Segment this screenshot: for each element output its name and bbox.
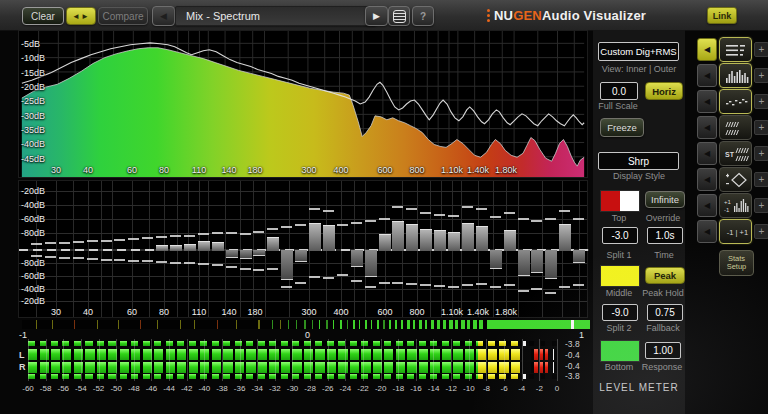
histogram-peak-mark (434, 214, 445, 216)
clear-button[interactable]: Clear (22, 7, 64, 25)
preset-list-button[interactable] (388, 6, 410, 26)
histogram-peak-mark (295, 224, 306, 226)
peak-button[interactable]: Peak (645, 267, 685, 284)
correlation-tick (383, 320, 385, 329)
display-difference-expand-button[interactable]: ◀ (697, 90, 717, 113)
correlation-solid-bar (487, 320, 590, 329)
spectrum-freq-tick: 180 (247, 165, 262, 175)
display-correlation-button[interactable]: -1 | +1 (719, 219, 752, 244)
meter-mode-select[interactable]: Custom Dig+RMS (598, 42, 679, 61)
display-histogram-button[interactable] (719, 63, 752, 88)
display-spectrogram-add-button[interactable]: + (754, 120, 768, 135)
meter-readout: -3.8 (565, 371, 595, 381)
stats-setup-button[interactable]: StatsSetup (719, 250, 754, 276)
spectrum-db-tick: -20dB (21, 82, 45, 92)
histogram-bar (559, 224, 571, 251)
override-label: Override (640, 213, 686, 223)
full-scale-value[interactable]: 0.0 (600, 82, 638, 100)
histogram-peak-mark (392, 282, 403, 284)
view-mode-label[interactable]: View: Inner | Outer (593, 64, 685, 74)
display-correlation-expand-button[interactable]: ◀ (697, 220, 717, 243)
spectrum-freq-tick: 140 (221, 165, 236, 175)
display-spectrogram-expand-button[interactable]: ◀ (697, 116, 717, 139)
svg-text:+1: +1 (724, 199, 732, 205)
histogram-bar (253, 250, 265, 256)
meter-scale-tick: -2 (536, 384, 543, 393)
middle-color-swatch[interactable] (600, 265, 640, 287)
display-vectorscope-expand-button[interactable]: ◀ (697, 168, 717, 191)
help-button[interactable]: ? (412, 6, 434, 26)
top-color-swatch[interactable] (600, 190, 640, 212)
display-spectrogram-button[interactable] (719, 115, 752, 140)
histogram-peak-mark (31, 243, 42, 245)
display-vectorscope-icon (722, 170, 749, 189)
svg-text:-1: -1 (724, 207, 730, 213)
horiz-button[interactable]: Horiz (645, 82, 683, 100)
histogram-peak-mark (142, 237, 153, 239)
correlation-tick (217, 320, 218, 329)
meter-scale-tick: -50 (110, 384, 122, 393)
link-button[interactable]: Link (707, 7, 737, 24)
meter-scale-tick: -40 (199, 384, 211, 393)
display-stereo-spectrogram-add-button[interactable]: + (754, 146, 768, 161)
level-meter-row (28, 374, 557, 379)
display-vectorscope-add-button[interactable]: + (754, 172, 768, 187)
preset-prev-button[interactable]: ◀ (152, 6, 175, 26)
override-button[interactable]: Infinite (645, 191, 685, 208)
display-stereo-spectrogram-button[interactable]: ST (719, 141, 752, 166)
display-loudness-history-add-button[interactable]: + (754, 198, 768, 213)
histogram-peak-mark (531, 220, 542, 222)
freeze-button[interactable]: Freeze (600, 118, 644, 137)
correlation-tick (319, 320, 320, 329)
histogram-peak-mark (462, 206, 473, 208)
spectrum-db-tick: -35dB (21, 125, 45, 135)
histogram-bar (212, 242, 224, 251)
preset-display[interactable]: Mix - Spectrum (175, 6, 376, 26)
correlation-tick (97, 320, 98, 329)
correlation-tick (479, 320, 483, 329)
histogram-peak-mark (337, 224, 348, 226)
display-correlation-add-button[interactable]: + (754, 224, 768, 239)
display-loudness-history-button[interactable]: +1-1 (719, 193, 752, 218)
meter-scale-tick: -6 (501, 384, 508, 393)
display-spectrum-expand-button[interactable]: ◀ (697, 38, 717, 61)
histogram-peak-mark (379, 282, 390, 284)
fallback-value[interactable]: 0.75 (647, 304, 683, 321)
response-value[interactable]: 1.00 (645, 342, 681, 359)
bottom-color-swatch[interactable] (600, 340, 640, 362)
correlation-tick (326, 320, 328, 329)
display-vectorscope-button[interactable] (719, 167, 752, 192)
display-histogram-add-button[interactable]: + (754, 68, 768, 83)
display-loudness-history-expand-button[interactable]: ◀ (697, 194, 717, 217)
histogram-peak-mark (476, 208, 487, 210)
correlation-tick (340, 320, 342, 329)
compare-button[interactable]: Compare (98, 7, 148, 25)
split1-value[interactable]: -3.0 (602, 227, 638, 244)
spectrum-db-tick: -40dB (21, 139, 45, 149)
display-difference-add-button[interactable]: + (754, 94, 768, 109)
histogram-peak-mark (31, 255, 42, 257)
histogram-db-tick: -60dB (21, 214, 45, 224)
histogram-db-tick: -20dB (21, 186, 45, 196)
display-histogram-expand-button[interactable]: ◀ (697, 64, 717, 87)
correlation-value-marker (571, 320, 574, 329)
time-label: Time (645, 250, 683, 260)
histogram-bar (184, 244, 196, 251)
display-spectrum-add-button[interactable]: + (754, 42, 768, 57)
time-value[interactable]: 1.0s (647, 227, 683, 244)
display-difference-button[interactable] (719, 89, 752, 114)
display-difference-icon (722, 92, 749, 111)
meter-readout: -0.4 (565, 350, 595, 360)
meter-scale-tick: -20 (375, 384, 387, 393)
display-spectrum-button[interactable] (719, 37, 752, 62)
display-stereo-spectrogram-expand-button[interactable]: ◀ (697, 142, 717, 165)
histogram-bar (392, 221, 404, 251)
split2-label: Split 2 (600, 323, 638, 333)
histogram-peak-mark (212, 264, 223, 266)
split2-value[interactable]: -9.0 (602, 304, 638, 321)
preset-next-button[interactable]: ▶ (365, 6, 388, 26)
swap-compare-icon-button[interactable]: ◄► (66, 7, 96, 25)
histogram-peak-mark (212, 232, 223, 234)
brand-dots-icon (487, 9, 490, 22)
display-style-value[interactable]: Shrp (598, 152, 679, 170)
